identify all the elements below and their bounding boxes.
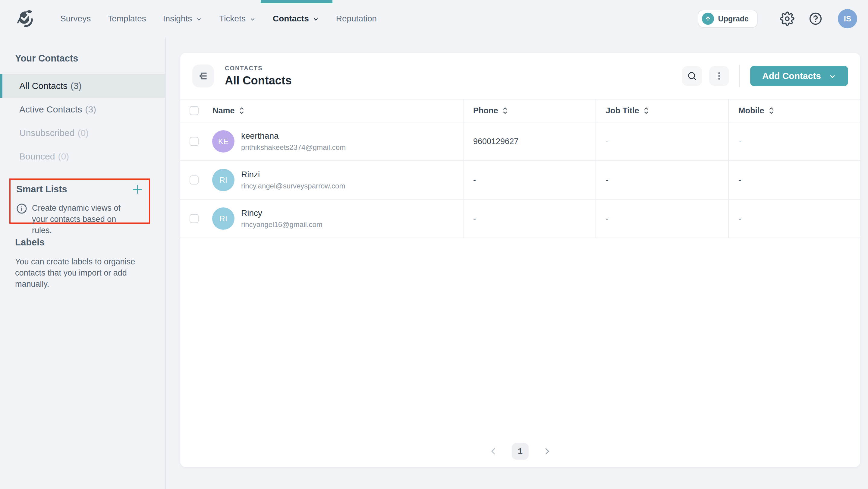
table-row: KE keerthana prithikshakeets2374@gmail.c… <box>180 122 860 161</box>
table-header: Name Phone Job Title Mobile <box>180 99 860 122</box>
contact-job-title: - <box>595 122 728 160</box>
search-icon <box>687 71 697 81</box>
main-nav: Surveys Templates Insights Tickets Conta… <box>60 0 377 37</box>
contact-name[interactable]: keerthana <box>241 131 346 141</box>
previous-page-button[interactable] <box>489 447 498 456</box>
count-badge: (3) <box>70 81 82 91</box>
nav-reputation[interactable]: Reputation <box>336 0 377 37</box>
contact-phone: - <box>463 200 595 238</box>
help-button[interactable] <box>809 12 822 25</box>
table-row: RI Rinzi rincy.angel@surveysparrow.com -… <box>180 161 860 200</box>
count-badge: (0) <box>58 151 69 161</box>
sidebar-item-active-contacts[interactable]: Active Contacts (3) <box>0 98 165 121</box>
collapse-sidebar-button[interactable] <box>192 64 214 87</box>
kebab-menu-icon <box>714 71 724 81</box>
page-title: All Contacts <box>225 74 292 87</box>
add-contacts-button[interactable]: Add Contacts <box>750 66 848 86</box>
contact-mobile: - <box>728 200 860 238</box>
chevron-down-icon <box>313 16 319 23</box>
settings-button[interactable] <box>780 11 795 26</box>
count-badge: (0) <box>78 128 89 138</box>
header-divider <box>739 65 740 87</box>
sort-icon <box>769 107 774 115</box>
upgrade-arrow-icon <box>702 13 714 25</box>
breadcrumb: CONTACTS <box>225 65 292 72</box>
nav-tickets[interactable]: Tickets <box>219 0 256 37</box>
nav-insights[interactable]: Insights <box>163 0 203 37</box>
sidebar-item-bounced[interactable]: Bounced (0) <box>0 145 165 168</box>
smart-lists-description: Create dynamic views of your contacts ba… <box>32 203 138 236</box>
contact-mobile: - <box>728 122 860 160</box>
plus-icon <box>131 183 144 195</box>
contacts-card: CONTACTS All Contacts Add Contacts <box>180 53 860 467</box>
main-content: CONTACTS All Contacts Add Contacts <box>166 37 868 489</box>
more-options-button[interactable] <box>709 66 729 86</box>
surveysparrow-logo <box>17 10 34 28</box>
contact-job-title: - <box>595 161 728 199</box>
contact-phone: - <box>463 161 595 199</box>
pagination: 1 <box>489 443 552 460</box>
sort-icon <box>644 107 649 115</box>
sidebar-item-all-contacts[interactable]: All Contacts (3) <box>0 74 165 98</box>
row-checkbox[interactable] <box>190 137 198 146</box>
contact-email: rincyangel16@gmail.com <box>241 220 322 229</box>
count-badge: (3) <box>85 104 96 115</box>
user-avatar[interactable]: IS <box>838 9 857 28</box>
labels-section: Labels You can create labels to organise… <box>15 237 165 290</box>
select-all-checkbox[interactable] <box>190 106 198 115</box>
contact-avatar: RI <box>212 207 235 230</box>
chevron-down-icon <box>195 16 202 23</box>
search-button[interactable] <box>682 66 702 86</box>
gear-icon <box>780 11 795 26</box>
contacts-sidebar: Your Contacts All Contacts (3) Active Co… <box>0 37 166 489</box>
contact-name[interactable]: Rinzi <box>241 170 345 179</box>
card-header: CONTACTS All Contacts Add Contacts <box>180 53 860 99</box>
column-header-job-title[interactable]: Job Title <box>595 99 728 122</box>
smart-lists-heading: Smart Lists <box>16 184 67 195</box>
sort-icon <box>502 107 508 115</box>
add-smart-list-button[interactable] <box>131 183 144 195</box>
chevron-down-icon <box>249 16 256 23</box>
table-row: RI Rincy rincyangel16@gmail.com - - - <box>180 200 860 238</box>
contact-email: rincy.angel@surveysparrow.com <box>241 182 345 190</box>
help-icon <box>809 12 822 25</box>
contact-avatar: RI <box>212 169 235 191</box>
column-header-phone[interactable]: Phone <box>463 99 595 122</box>
contact-email: prithikshakeets2374@gmail.com <box>241 143 346 152</box>
collapse-panel-icon <box>197 70 209 82</box>
active-tab-indicator <box>261 0 333 3</box>
contact-job-title: - <box>595 200 728 238</box>
chevron-down-icon <box>829 73 836 80</box>
nav-surveys[interactable]: Surveys <box>60 0 91 37</box>
contact-name[interactable]: Rincy <box>241 208 322 218</box>
nav-contacts[interactable]: Contacts <box>273 0 319 37</box>
column-header-mobile[interactable]: Mobile <box>728 99 860 122</box>
page-number[interactable]: 1 <box>512 443 529 460</box>
upgrade-button[interactable]: Upgrade <box>698 10 758 28</box>
contact-phone: 9600129627 <box>463 122 595 160</box>
contact-avatar: KE <box>212 130 235 153</box>
chevron-right-icon <box>542 447 552 456</box>
chevron-left-icon <box>489 447 498 456</box>
sidebar-item-unsubscribed[interactable]: Unsubscribed (0) <box>0 121 165 145</box>
row-checkbox[interactable] <box>190 214 198 223</box>
column-header-name[interactable]: Name <box>208 99 463 122</box>
next-page-button[interactable] <box>542 447 552 456</box>
labels-heading: Labels <box>15 237 165 248</box>
labels-description: You can create labels to organise contac… <box>15 256 135 290</box>
row-checkbox[interactable] <box>190 176 198 184</box>
your-contacts-heading: Your Contacts <box>15 53 165 64</box>
contact-mobile: - <box>728 161 860 199</box>
info-icon <box>16 203 27 214</box>
sort-icon <box>239 107 244 115</box>
top-navigation: Surveys Templates Insights Tickets Conta… <box>0 0 868 37</box>
smart-lists-annotation-box: Smart Lists Create dynamic views of your… <box>9 179 150 224</box>
nav-templates[interactable]: Templates <box>107 0 146 37</box>
